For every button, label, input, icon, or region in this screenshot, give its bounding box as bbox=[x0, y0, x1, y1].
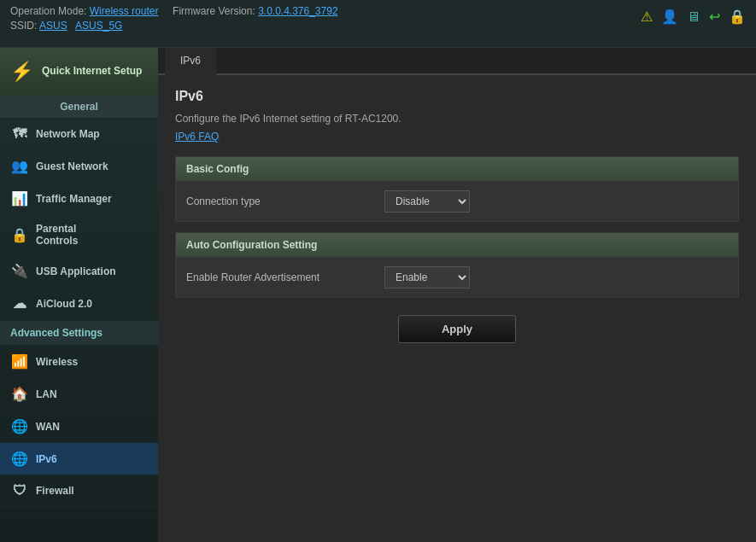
ipv6-faq-link[interactable]: IPv6 FAQ bbox=[175, 131, 219, 143]
sidebar-item-label: Firewall bbox=[36, 485, 74, 497]
ssid-value2[interactable]: ASUS_5G bbox=[75, 20, 122, 32]
connection-type-control: Disable Enable bbox=[384, 190, 470, 213]
ssid-label: SSID: bbox=[10, 20, 37, 32]
router-advertisement-row: Enable Router Advertisement Enable Disab… bbox=[176, 257, 738, 297]
sidebar-item-guest-network[interactable]: 👥 Guest Network bbox=[0, 150, 158, 183]
wireless-icon: 📶 bbox=[10, 353, 29, 370]
connection-type-row: Connection type Disable Enable bbox=[176, 181, 738, 221]
sidebar-item-network-map[interactable]: 🗺 Network Map bbox=[0, 119, 158, 150]
page-title: IPv6 bbox=[175, 89, 739, 104]
sidebar-item-label: Wireless bbox=[36, 356, 78, 368]
sidebar-item-ipv6[interactable]: 🌐 IPv6 bbox=[0, 443, 158, 475]
sidebar-item-label: ParentalControls bbox=[36, 223, 78, 247]
apply-button[interactable]: Apply bbox=[398, 315, 516, 343]
sidebar-item-label: Guest Network bbox=[36, 160, 108, 172]
basic-config-section: Basic Config Connection type Disable Ena… bbox=[175, 156, 739, 222]
sidebar-item-label: USB Application bbox=[36, 265, 116, 277]
sidebar-item-quick-setup[interactable]: ⚡ Quick Internet Setup bbox=[0, 48, 158, 96]
aicloud-icon: ☁ bbox=[10, 295, 29, 312]
basic-config-header: Basic Config bbox=[176, 157, 738, 181]
connection-type-label: Connection type bbox=[186, 195, 374, 207]
router-advertisement-select[interactable]: Enable Disable bbox=[384, 266, 470, 288]
traffic-manager-icon: 📊 bbox=[10, 190, 29, 207]
sidebar-item-traffic-manager[interactable]: 📊 Traffic Manager bbox=[0, 183, 158, 215]
network-map-icon: 🗺 bbox=[10, 126, 29, 142]
user-icon[interactable]: 👤 bbox=[661, 9, 678, 25]
auto-config-header: Auto Configuration Setting bbox=[176, 233, 738, 257]
page-description: Configure the IPv6 Internet setting of R… bbox=[175, 113, 739, 125]
sidebar-item-firewall[interactable]: 🛡 Firewall bbox=[0, 475, 158, 507]
sidebar-item-parental-controls[interactable]: 🔒 ParentalControls bbox=[0, 215, 158, 255]
quick-setup-icon: ⚡ bbox=[10, 61, 33, 83]
tab-bar: IPv6 bbox=[158, 48, 756, 75]
parental-controls-icon: 🔒 bbox=[10, 227, 29, 243]
ipv6-icon: 🌐 bbox=[10, 451, 29, 467]
sidebar-item-label: Traffic Manager bbox=[36, 193, 112, 205]
content-area: IPv6 IPv6 Configure the IPv6 Internet se… bbox=[158, 48, 756, 542]
wan-icon: 🌐 bbox=[10, 418, 29, 434]
header-info: Operation Mode: Wireless router Firmware… bbox=[10, 5, 338, 32]
monitor-icon[interactable]: 🖥 bbox=[687, 9, 700, 25]
firmware-value[interactable]: 3.0.0.4.376_3792 bbox=[258, 5, 337, 17]
lan-icon: 🏠 bbox=[10, 386, 29, 402]
sidebar-item-wan[interactable]: 🌐 WAN bbox=[0, 411, 158, 443]
apply-area: Apply bbox=[175, 315, 739, 343]
quick-setup-label: Quick Internet Setup bbox=[42, 65, 142, 79]
header: Operation Mode: Wireless router Firmware… bbox=[0, 0, 756, 48]
firewall-icon: 🛡 bbox=[10, 483, 29, 498]
router-advertisement-control: Enable Disable bbox=[384, 266, 470, 288]
sidebar-item-usb-application[interactable]: 🔌 USB Application bbox=[0, 255, 158, 288]
auto-config-section: Auto Configuration Setting Enable Router… bbox=[175, 232, 739, 298]
lock-icon[interactable]: 🔒 bbox=[729, 9, 746, 25]
warning-icon[interactable]: ⚠ bbox=[641, 9, 653, 25]
refresh-icon[interactable]: ↩ bbox=[709, 9, 720, 25]
router-advertisement-label: Enable Router Advertisement bbox=[186, 271, 374, 283]
general-section-header: General bbox=[0, 96, 158, 119]
ssid-value1[interactable]: ASUS bbox=[39, 20, 67, 32]
sidebar-item-wireless[interactable]: 📶 Wireless bbox=[0, 346, 158, 378]
sidebar-item-label: LAN bbox=[36, 388, 57, 400]
usb-application-icon: 🔌 bbox=[10, 263, 29, 279]
operation-mode-value[interactable]: Wireless router bbox=[90, 5, 159, 17]
guest-network-icon: 👥 bbox=[10, 158, 29, 174]
page-content: IPv6 Configure the IPv6 Internet setting… bbox=[158, 75, 756, 542]
operation-mode-label: Operation Mode: bbox=[10, 5, 86, 17]
tab-ipv6[interactable]: IPv6 bbox=[165, 48, 216, 75]
header-icons: ⚠ 👤 🖥 ↩ 🔒 bbox=[641, 5, 746, 25]
main-layout: ⚡ Quick Internet Setup General 🗺 Network… bbox=[0, 48, 756, 542]
sidebar-item-lan[interactable]: 🏠 LAN bbox=[0, 378, 158, 411]
sidebar: ⚡ Quick Internet Setup General 🗺 Network… bbox=[0, 48, 158, 542]
sidebar-item-aicloud[interactable]: ☁ AiCloud 2.0 bbox=[0, 288, 158, 320]
sidebar-item-label: IPv6 bbox=[36, 453, 57, 465]
firmware-label: Firmware Version: bbox=[173, 5, 255, 17]
sidebar-item-label: AiCloud 2.0 bbox=[36, 298, 92, 310]
operation-mode-line: Operation Mode: Wireless router Firmware… bbox=[10, 5, 338, 17]
advanced-settings-header: Advanced Settings bbox=[0, 320, 158, 346]
connection-type-select[interactable]: Disable Enable bbox=[384, 190, 470, 213]
ssid-line: SSID: ASUS ASUS_5G bbox=[10, 20, 338, 32]
sidebar-item-label: Network Map bbox=[36, 128, 100, 140]
sidebar-item-label: WAN bbox=[36, 421, 60, 433]
